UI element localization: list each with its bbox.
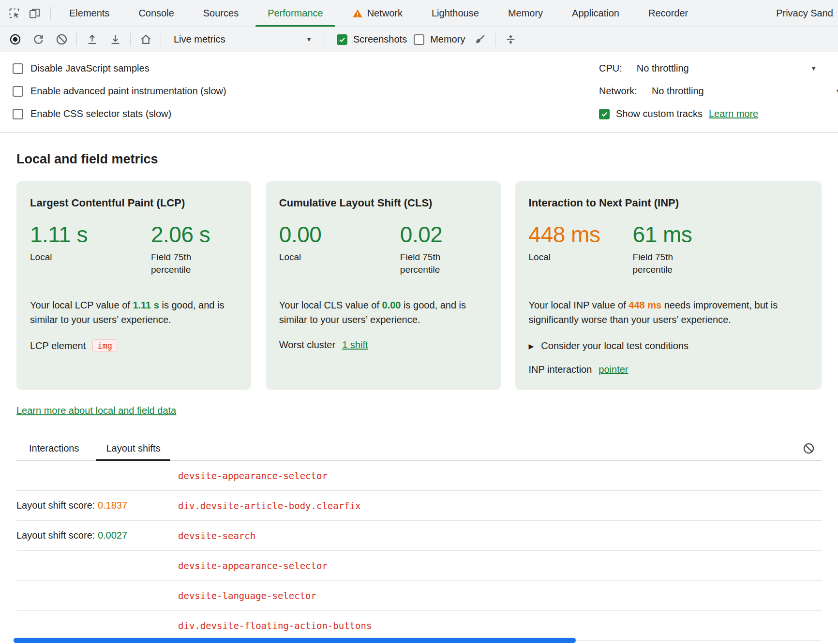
cpu-label: CPU: xyxy=(599,63,622,74)
learn-more-link[interactable]: Learn more xyxy=(709,108,758,119)
settings-panel: Disable JavaScript samples Enable advanc… xyxy=(0,52,838,132)
css-selector-stats-checkbox[interactable] xyxy=(13,109,23,119)
log-tab-bar: Interactions Layout shifts xyxy=(16,437,822,461)
history-dropdown[interactable]: Live metrics ▼ xyxy=(168,34,318,45)
device-toolbar-icon[interactable] xyxy=(26,5,43,22)
field-metric: 61 ms Field 75th percentile xyxy=(633,222,696,276)
card-title: Cumulative Layout Shift (CLS) xyxy=(279,197,487,209)
reload-icon[interactable] xyxy=(30,31,46,48)
inp-interaction-link[interactable]: pointer xyxy=(599,364,628,375)
desc-text: Your local LCP value of xyxy=(30,300,133,310)
tab-console[interactable]: Console xyxy=(124,0,188,27)
tab-sources[interactable]: Sources xyxy=(189,0,253,27)
inp-description: Your local INP value of 448 ms needs imp… xyxy=(529,298,808,327)
local-metric: 0.00 Local xyxy=(279,222,400,276)
memory-checkbox-group[interactable]: Memory xyxy=(414,34,465,45)
divider xyxy=(30,287,238,287)
throttling-settings: CPU: No throttling ▼ Network: No throttl… xyxy=(599,57,838,125)
field-metric: 2.06 s Field 75th percentile xyxy=(151,222,214,276)
record-icon[interactable] xyxy=(7,31,23,48)
cpu-throttling-select[interactable]: CPU: No throttling ▼ xyxy=(599,57,838,80)
devtools-performance-panel: Elements Console Sources Performance Net… xyxy=(0,0,838,641)
cls-field-value: 0.02 xyxy=(400,222,463,247)
chevron-down-icon: ▼ xyxy=(810,65,817,72)
network-throttling-select[interactable]: Network: No throttling ▼ xyxy=(599,80,838,102)
clear-log-icon[interactable] xyxy=(800,440,817,457)
node-link[interactable]: devsite-language-selector xyxy=(178,590,316,601)
node-link[interactable]: devsite-appearance-selector xyxy=(178,470,328,481)
score-label: Layout shift score: xyxy=(16,530,98,541)
card-title: Interaction to Next Paint (INP) xyxy=(529,197,808,209)
table-row[interactable]: div.devsite-floating-action-buttons xyxy=(16,611,822,641)
screenshots-label: Screenshots xyxy=(353,34,407,45)
worst-cluster-label: Worst cluster xyxy=(279,339,335,351)
node-link[interactable]: devsite-search xyxy=(178,530,255,541)
history-dropdown-value: Live metrics xyxy=(174,34,225,45)
screenshots-checkbox[interactable] xyxy=(337,34,347,45)
inp-interaction-row: INP interaction pointer xyxy=(529,364,808,375)
memory-checkbox[interactable] xyxy=(414,34,424,45)
table-row[interactable]: devsite-language-selector xyxy=(16,581,822,611)
metric-values: 448 ms Local 61 ms Field 75th percentile xyxy=(529,222,808,276)
separator xyxy=(130,33,131,46)
table-row[interactable]: Layout shift score: 0.1837 div.devsite-a… xyxy=(16,491,822,521)
inspect-element-icon[interactable] xyxy=(6,5,22,22)
home-icon[interactable] xyxy=(137,31,154,48)
screenshots-checkbox-group[interactable]: Screenshots xyxy=(337,34,407,45)
show-custom-tracks-checkbox[interactable] xyxy=(599,109,610,119)
disable-js-samples-checkbox[interactable] xyxy=(13,63,23,74)
lcp-element-row: LCP element img xyxy=(30,339,238,352)
tab-layout-shifts[interactable]: Layout shifts xyxy=(103,437,163,460)
lcp-card: Largest Contentful Paint (LCP) 1.11 s Lo… xyxy=(16,181,251,390)
checkbox-label: Enable advanced paint instrumentation (s… xyxy=(30,86,226,97)
download-profile-icon[interactable] xyxy=(107,31,123,48)
learn-more-field-data-link[interactable]: Learn more about local and field data xyxy=(16,405,176,416)
tab-memory[interactable]: Memory xyxy=(494,0,557,27)
metric-cards: Largest Contentful Paint (LCP) 1.11 s Lo… xyxy=(16,181,822,390)
collect-garbage-icon[interactable] xyxy=(472,31,488,48)
tab-label: Layout shifts xyxy=(106,443,160,454)
local-label: Local xyxy=(30,251,93,263)
section-title: Local and field metrics xyxy=(16,152,822,167)
local-test-conditions-disclosure[interactable]: ▶ Consider your local test conditions xyxy=(529,340,808,351)
separator xyxy=(76,33,77,46)
lcp-description: Your local LCP value of 1.11 s is good, … xyxy=(30,298,238,327)
score-value: 0.0027 xyxy=(98,530,127,541)
tab-label: Sources xyxy=(203,8,239,19)
cls-description: Your local CLS value of 0.00 is good, an… xyxy=(279,298,487,327)
local-label: Local xyxy=(279,251,342,263)
metric-values: 1.11 s Local 2.06 s Field 75th percentil… xyxy=(30,222,238,276)
local-metric: 448 ms Local xyxy=(529,222,633,276)
desc-value: 1.11 s xyxy=(133,300,159,310)
lcp-element-node-link[interactable]: img xyxy=(92,339,117,352)
worst-cluster-link[interactable]: 1 shift xyxy=(342,339,368,351)
main-tab-bar: Elements Console Sources Performance Net… xyxy=(0,0,838,27)
tab-performance[interactable]: Performance xyxy=(253,0,338,27)
clear-icon[interactable] xyxy=(53,31,70,48)
tab-network[interactable]: Network xyxy=(338,0,417,27)
tab-label: Network xyxy=(367,8,403,19)
tab-interactions[interactable]: Interactions xyxy=(26,437,82,460)
node-link[interactable]: div.devsite-floating-action-buttons xyxy=(178,620,372,631)
upload-profile-icon[interactable] xyxy=(84,31,100,48)
tab-lighthouse[interactable]: Lighthouse xyxy=(417,0,494,27)
inp-card: Interaction to Next Paint (INP) 448 ms L… xyxy=(515,181,822,390)
tab-label: Application xyxy=(572,8,619,19)
tab-application[interactable]: Application xyxy=(557,0,634,27)
horizontal-scrollbar[interactable] xyxy=(14,638,576,643)
advanced-paint-checkbox[interactable] xyxy=(13,86,23,97)
table-row[interactable]: devsite-appearance-selector xyxy=(16,551,822,581)
desc-value: 0.00 xyxy=(382,300,401,310)
separator xyxy=(325,33,325,46)
table-row[interactable]: devsite-appearance-selector xyxy=(16,461,822,491)
separator xyxy=(495,33,495,46)
node-link[interactable]: devsite-appearance-selector xyxy=(178,560,328,571)
tab-label: Lighthouse xyxy=(432,8,479,19)
node-link[interactable]: div.devsite-article-body.clearfix xyxy=(178,500,361,511)
tab-recorder[interactable]: Recorder xyxy=(634,0,703,27)
tab-privacy-sandbox[interactable]: Privacy Sand xyxy=(762,0,838,27)
table-row[interactable]: Layout shift score: 0.0027 devsite-searc… xyxy=(16,521,822,551)
local-metric: 1.11 s Local xyxy=(30,222,151,276)
tab-elements[interactable]: Elements xyxy=(55,0,124,27)
collapse-icon[interactable] xyxy=(502,31,519,48)
